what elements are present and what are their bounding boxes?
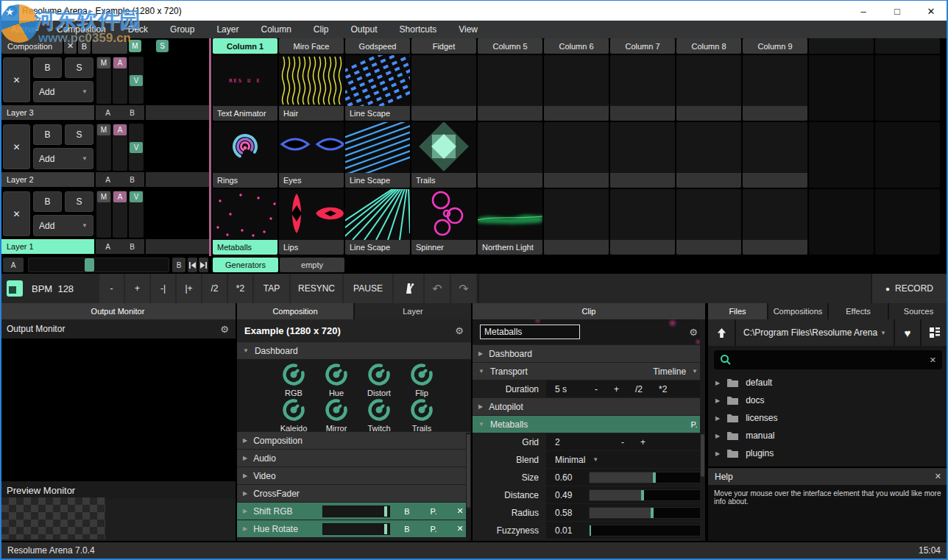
folder-docs[interactable]: ▶ docs [708, 391, 948, 409]
column-tab-2[interactable]: Miro Face [279, 38, 344, 54]
clip-slot-empty[interactable] [478, 55, 542, 121]
clip-slot-empty[interactable] [743, 122, 807, 188]
layer-clear-button[interactable]: ✕ [3, 124, 30, 169]
video-toggle[interactable]: V [130, 75, 143, 86]
folder-default[interactable]: ▶ default [708, 374, 948, 391]
clip-slot-empty[interactable] [544, 55, 609, 121]
fuzzyness-value[interactable]: 0.01 [546, 525, 589, 536]
grid-increase-button[interactable]: + [640, 437, 645, 447]
clip-eyes[interactable]: Eyes [279, 122, 344, 188]
duration-increase-button[interactable]: + [614, 384, 619, 394]
layer-bypass-button[interactable]: B [33, 191, 62, 212]
radius-slider[interactable] [589, 507, 701, 519]
close-button[interactable]: ✕ [914, 1, 948, 21]
metronome-button[interactable] [394, 274, 423, 303]
distance-slider[interactable] [589, 489, 701, 501]
clip-spinner[interactable]: Spinner [411, 189, 476, 255]
bpm-double-button[interactable]: *2 [228, 274, 252, 303]
record-button[interactable]: ● RECORD [872, 274, 947, 303]
undo-button[interactable]: ↶ [425, 274, 450, 303]
bpm-halve-button[interactable]: /2 [202, 274, 227, 303]
crossfade-a-assign[interactable]: A [105, 109, 110, 117]
audio-toggle[interactable]: A [113, 191, 127, 202]
clip-slot-empty[interactable] [676, 189, 741, 255]
dashboard-knob-twitch[interactable]: Twitch [358, 397, 400, 433]
crossfade-b-assign[interactable]: B [130, 176, 135, 184]
grid-value[interactable]: 2 [546, 437, 589, 447]
previous-column-button[interactable] [188, 258, 197, 272]
dashboard-knob-mirror[interactable]: Mirror [315, 397, 358, 433]
clip-effect-metaballs[interactable]: ▼ Metaballs P. [473, 416, 705, 433]
crossfader-b-button[interactable]: B [172, 258, 185, 272]
blend-dropdown[interactable]: Minimal [546, 455, 585, 465]
folder-up-button[interactable] [708, 319, 736, 346]
section-composition[interactable]: ▶Composition [237, 432, 471, 449]
clip-slot-empty[interactable] [544, 122, 609, 188]
clip-slot-empty[interactable] [610, 55, 675, 121]
clip-slot-empty[interactable] [743, 189, 807, 255]
transport-mode-dropdown[interactable]: Timeline▼ [653, 366, 705, 377]
tab-files[interactable]: Files [708, 303, 767, 319]
size-value[interactable]: 0.60 [546, 472, 589, 483]
pause-button[interactable]: PAUSE [344, 274, 392, 303]
clip-hair[interactable]: Hair [279, 55, 344, 121]
duration-decrease-button[interactable]: - [595, 384, 598, 394]
clip-section-dashboard[interactable]: ▶Dashboard [473, 345, 705, 362]
dashboard-knob-hue[interactable]: Hue [315, 362, 358, 397]
dashboard-knob-trails[interactable]: Trails [400, 397, 443, 433]
menu-column[interactable]: Column [250, 21, 302, 38]
composition-bypass-button[interactable]: B [78, 38, 91, 54]
size-slider[interactable] [589, 472, 701, 483]
fuzzyness-slider[interactable] [589, 525, 701, 536]
video-toggle[interactable]: V [130, 142, 143, 153]
tab-output-monitor[interactable]: Output Monitor [0, 303, 236, 319]
layer-solo-button[interactable]: S [65, 57, 93, 78]
composition-clear-button[interactable]: ✕ [64, 38, 77, 54]
menu-clip[interactable]: Clip [303, 21, 340, 38]
gear-icon[interactable]: ⚙ [220, 324, 229, 335]
menu-group[interactable]: Group [159, 21, 205, 38]
mute-toggle[interactable]: M [97, 124, 110, 135]
column-tab-9[interactable]: Column 9 [743, 38, 807, 54]
tab-clip[interactable]: Clip [473, 303, 705, 319]
nudge-up-button[interactable]: |+ [177, 274, 201, 303]
clip-slot-empty[interactable] [478, 122, 542, 188]
menu-output[interactable]: Output [340, 21, 389, 38]
clip-line-scape-3[interactable]: Line Scape [345, 189, 410, 255]
crossfade-b-assign[interactable]: B [130, 109, 135, 117]
clip-slot-empty[interactable] [676, 122, 741, 188]
radius-value[interactable]: 0.58 [546, 508, 589, 518]
folder-manual[interactable]: ▶ manual [708, 427, 948, 444]
effect-params-button[interactable]: P. [424, 520, 443, 537]
tab-composition[interactable]: Composition [237, 303, 353, 319]
section-dashboard[interactable]: ▼ Dashboard [237, 342, 471, 359]
tab-effects[interactable]: Effects [829, 303, 888, 319]
layer-solo-button[interactable]: S [65, 191, 93, 212]
menu-composition[interactable]: Composition [46, 21, 117, 38]
column-tab-3[interactable]: Godspeed [345, 38, 410, 54]
gear-icon[interactable]: ⚙ [455, 325, 464, 336]
menu-view[interactable]: View [448, 21, 489, 38]
layer-name[interactable]: Layer 2 [1, 172, 94, 187]
clip-northern-light[interactable]: Northern Light [478, 189, 542, 255]
column-tab-5[interactable]: Column 5 [478, 38, 542, 54]
deck-tab-generators[interactable]: Generators [213, 258, 278, 272]
layer-name[interactable]: Layer 1 [1, 239, 94, 254]
nudge-down-button[interactable]: -| [151, 274, 175, 303]
clip-name-input[interactable] [480, 325, 580, 339]
tab-sources[interactable]: Sources [889, 303, 948, 319]
column-tab-1[interactable]: Column 1 [213, 38, 277, 54]
clip-slot-empty[interactable] [743, 55, 807, 121]
layer-clear-button[interactable]: ✕ [3, 191, 30, 236]
bpm-increase-button[interactable]: + [125, 274, 149, 303]
column-tab-6[interactable]: Column 6 [544, 38, 609, 54]
layer-solo-button[interactable]: S [65, 124, 93, 145]
section-audio[interactable]: ▶Audio [237, 450, 471, 467]
redo-button[interactable]: ↷ [451, 274, 476, 303]
layer-blend-dropdown[interactable]: Add▼ [33, 81, 93, 102]
scrollbar[interactable] [466, 433, 471, 541]
path-dropdown[interactable]: C:\Program Files\Resolume Arena ▼ [736, 327, 894, 338]
column-tab-4[interactable]: Fidget [411, 38, 476, 54]
layer-name[interactable]: Layer 3 [1, 105, 94, 120]
effect-opacity-slider[interactable] [322, 523, 390, 535]
